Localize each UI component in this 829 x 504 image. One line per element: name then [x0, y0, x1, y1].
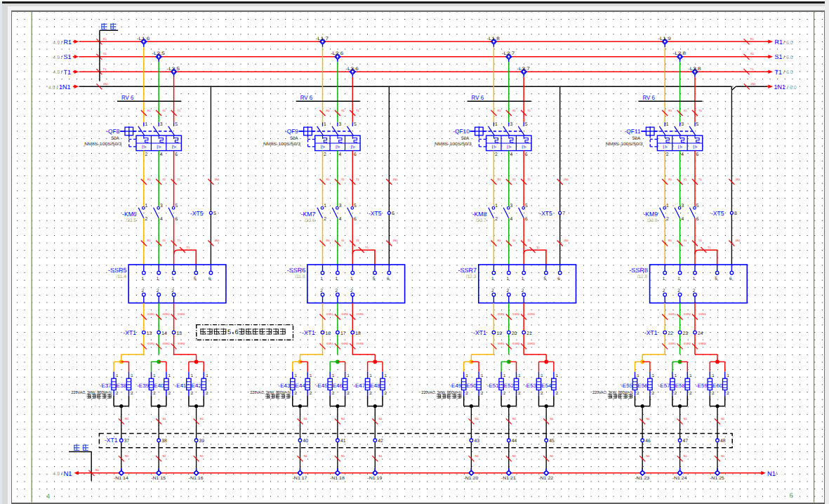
svg-text::1: :1 [540, 373, 544, 378]
svg-text:6: 6 [696, 152, 699, 157]
svg-text::2: :2 [555, 391, 559, 396]
svg-text:R1: R1 [63, 39, 72, 46]
svg-text::1: :1 [167, 373, 171, 378]
svg-text:S1: S1 [684, 178, 688, 181]
svg-text::1: :1 [711, 373, 715, 378]
svg-text:SSR2: SSR2 [684, 342, 691, 345]
svg-text:-E60: -E60 [710, 383, 722, 389]
svg-text:50A: 50A [632, 136, 641, 141]
svg-text:/ 6.0: / 6.0 [783, 69, 793, 75]
svg-text:NM8S-100S/50/3: NM8S-100S/50/3 [84, 142, 122, 147]
svg-text:1: 1 [350, 277, 353, 281]
svg-text:-N1:16: -N1:16 [189, 476, 204, 481]
svg-text::2: :2 [369, 391, 373, 396]
svg-text:-N1:21: -N1:21 [501, 476, 517, 481]
svg-text:/ 6.0: / 6.0 [783, 55, 793, 60]
svg-text:-N1:18: -N1:18 [330, 476, 345, 481]
svg-text:SSR3: SSR3 [527, 312, 535, 316]
svg-text:3: 3 [681, 122, 684, 127]
svg-text::2: :2 [689, 391, 693, 396]
svg-text:23: 23 [683, 331, 689, 336]
svg-text:-N1:22: -N1:22 [538, 476, 554, 481]
svg-text:15: 15 [177, 331, 183, 336]
svg-text:1: 1 [666, 122, 669, 127]
svg-text:1: 1 [677, 277, 680, 281]
svg-text:SSR2: SSR2 [162, 312, 170, 316]
svg-text:-E43: -E43 [279, 383, 291, 389]
svg-text::1: :1 [205, 373, 209, 378]
svg-text::2: :2 [190, 391, 194, 396]
svg-text:24: 24 [698, 331, 703, 336]
svg-text:6: 6 [387, 277, 390, 281]
svg-text::2: :2 [636, 391, 640, 396]
svg-text:-XT5: -XT5 [369, 210, 382, 217]
svg-text:N1: N1 [63, 470, 72, 478]
svg-text:I>: I> [507, 144, 512, 150]
svg-text:SSR3: SSR3 [527, 342, 535, 345]
svg-text:I>: I> [157, 144, 161, 150]
svg-text:37: 37 [124, 439, 130, 444]
svg-text:S1: S1 [512, 239, 517, 242]
svg-text:-N1:23: -N1:23 [635, 476, 650, 481]
svg-text:44: 44 [512, 439, 517, 444]
svg-text:/ 6.0: / 6.0 [783, 40, 793, 46]
svg-text::1: :1 [152, 373, 157, 378]
svg-text:T1: T1 [775, 69, 783, 76]
svg-text::2: :2 [651, 391, 655, 396]
svg-text:N1: N1 [200, 417, 204, 420]
svg-text:2: 2 [666, 217, 669, 222]
svg-text:SSR2: SSR2 [341, 342, 349, 345]
svg-text:R1: R1 [668, 178, 672, 181]
svg-text:6: 6 [557, 277, 560, 281]
svg-text:-QF10: -QF10 [453, 128, 470, 135]
svg-text:-L3:6: -L3:6 [345, 67, 359, 72]
svg-text:S1: S1 [103, 52, 107, 55]
svg-text:1: 1 [663, 277, 665, 281]
svg-text:-L2:5: -L2:5 [152, 51, 165, 56]
svg-text::1: :1 [651, 373, 655, 378]
svg-text:NM8S-100S/50/3: NM8S-100S/50/3 [435, 142, 472, 147]
svg-text:1: 1 [145, 204, 148, 208]
svg-text:-L2:8: -L2:8 [673, 51, 687, 56]
svg-text:6: 6 [175, 217, 178, 222]
svg-text:4: 4 [510, 152, 512, 157]
svg-text::2: :2 [465, 391, 469, 396]
svg-text::2: :2 [711, 391, 715, 396]
svg-text:T1: T1 [187, 246, 190, 249]
svg-text:5: 5 [194, 277, 197, 281]
svg-text:-QF8: -QF8 [106, 128, 119, 135]
svg-text::2: :2 [331, 391, 335, 396]
svg-text:-N1:24: -N1:24 [672, 476, 688, 481]
svg-text:-L3:8: -L3:8 [688, 67, 701, 72]
svg-text:43: 43 [474, 439, 479, 444]
svg-text:/23.7: /23.7 [476, 218, 486, 223]
svg-text:-N1:20: -N1:20 [463, 476, 479, 481]
svg-text:4: 4 [46, 493, 50, 500]
svg-text:7: 7 [562, 211, 565, 216]
svg-text:-E46: -E46 [331, 383, 343, 389]
svg-text:-XT5: -XT5 [539, 210, 552, 217]
svg-text:-E51: -E51 [487, 383, 499, 389]
svg-text:-L1:9: -L1:9 [658, 37, 671, 41]
svg-text:5: 5 [175, 204, 178, 208]
svg-text::2: :2 [293, 391, 298, 396]
svg-text::1: :1 [517, 373, 522, 378]
svg-text:-E39: -E39 [137, 383, 149, 389]
svg-text:14: 14 [161, 331, 167, 336]
svg-text:5: 5 [544, 277, 547, 281]
svg-text:6: 6 [354, 152, 357, 157]
svg-text::1: :1 [479, 373, 484, 378]
svg-text:RV 6: RV 6 [121, 94, 134, 101]
svg-text::2: :2 [308, 391, 312, 396]
svg-text::1: :1 [331, 373, 335, 378]
svg-text:I>: I> [142, 144, 147, 150]
svg-text:I>: I> [663, 144, 668, 150]
svg-text:220VAC, 3KW, 800W×N: 220VAC, 3KW, 800W×N [592, 390, 633, 395]
svg-text:20: 20 [512, 331, 517, 336]
svg-text:S1: S1 [162, 239, 166, 242]
svg-text:1: 1 [495, 204, 498, 208]
svg-text:N1: N1 [721, 454, 725, 458]
svg-text::1: :1 [346, 373, 350, 378]
svg-text:I>: I> [677, 144, 682, 150]
svg-text:-KM6: -KM6 [122, 211, 137, 218]
